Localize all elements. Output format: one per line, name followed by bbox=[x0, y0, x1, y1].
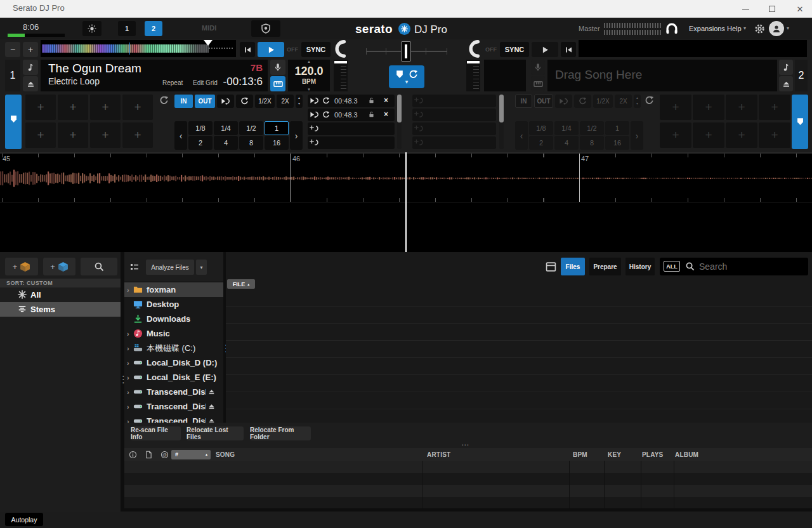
deck2-overview-strip[interactable] bbox=[579, 40, 807, 57]
deck2-sync-button[interactable]: SYNC bbox=[500, 42, 529, 57]
deck2-rewind-button[interactable] bbox=[561, 42, 576, 57]
eject-icon[interactable] bbox=[208, 388, 215, 395]
device-button[interactable] bbox=[251, 20, 280, 37]
panel-resize-grip[interactable]: ⋮ bbox=[119, 376, 121, 393]
expansions-button[interactable]: Expansions bbox=[689, 25, 725, 32]
edit-grid-toggle[interactable]: Edit Grid bbox=[193, 79, 218, 86]
loop-bank-prev-button[interactable]: ‹ bbox=[174, 121, 187, 150]
deck1-rewind-button[interactable] bbox=[240, 42, 255, 57]
midi-button[interactable]: MIDI bbox=[202, 24, 216, 32]
bpm-down-arrow[interactable]: ▾ bbox=[288, 87, 330, 92]
account-button[interactable] bbox=[769, 21, 784, 36]
column-bpm[interactable]: BPM bbox=[573, 451, 587, 458]
loop-out-button[interactable]: OUT bbox=[195, 95, 215, 108]
expand-chevron-icon[interactable]: › bbox=[127, 374, 133, 381]
zoom-in-button[interactable]: + bbox=[23, 42, 38, 57]
cue-slot-button[interactable]: + bbox=[58, 95, 88, 120]
crossfader-handle[interactable] bbox=[401, 41, 411, 62]
deck1-overview-strip[interactable] bbox=[41, 40, 236, 57]
analyze-dropdown-button[interactable]: ▾ bbox=[196, 260, 207, 275]
deck2-platter-icon[interactable] bbox=[466, 39, 483, 58]
deck1-cue-tab[interactable] bbox=[5, 95, 22, 149]
table-row[interactable] bbox=[124, 485, 812, 497]
albumart-column-icon[interactable] bbox=[160, 451, 169, 459]
saved-loop-row[interactable]: 00:48.3 × bbox=[308, 95, 395, 107]
empty-loop-slot[interactable] bbox=[308, 122, 395, 135]
bpm-up-arrow[interactable]: ▴ bbox=[288, 59, 330, 64]
layout-1-button[interactable]: 1 bbox=[118, 21, 136, 36]
column-key[interactable]: KEY bbox=[608, 451, 621, 458]
column-num[interactable]: # ▴ bbox=[171, 450, 211, 459]
info-column-icon[interactable] bbox=[129, 451, 137, 459]
tree-item-drive-e[interactable]: › Local_Disk_E (E:) bbox=[124, 370, 221, 385]
loop-size-cell[interactable]: 4 bbox=[214, 136, 238, 150]
deck2-track-panel[interactable]: Drag Song Here bbox=[547, 60, 777, 91]
column-plays[interactable]: PLAYS bbox=[642, 451, 663, 458]
loop-size-cell[interactable]: 8 bbox=[239, 136, 263, 150]
column-album[interactable]: ALBUM bbox=[675, 451, 698, 458]
loop-double-button[interactable]: 2X bbox=[277, 95, 294, 108]
split-panel-button[interactable] bbox=[543, 259, 558, 274]
deck1-tempo-slider[interactable] bbox=[334, 60, 348, 91]
cue-slot-button[interactable]: + bbox=[90, 122, 121, 148]
loop-size-cell-selected[interactable]: 1 bbox=[265, 121, 289, 135]
zoom-out-button[interactable]: − bbox=[5, 42, 20, 57]
deck2-mic-button[interactable] bbox=[531, 60, 545, 75]
deck2-key-button[interactable] bbox=[779, 60, 793, 75]
analyze-files-button[interactable]: Analyze Files bbox=[146, 260, 194, 275]
cue-slot-button[interactable]: + bbox=[25, 95, 56, 120]
eject-icon[interactable] bbox=[208, 403, 215, 410]
loop-in-button[interactable]: IN bbox=[174, 95, 193, 108]
search-scope-button[interactable]: ALL bbox=[664, 261, 680, 272]
file-column-header[interactable]: FILE ▴ bbox=[227, 279, 255, 289]
tree-item-music[interactable]: › Music bbox=[124, 326, 221, 341]
tempo-slider-handle[interactable] bbox=[334, 61, 347, 63]
file-list-rows[interactable] bbox=[226, 289, 812, 423]
loop-size-cell[interactable]: 1/4 bbox=[214, 121, 238, 135]
loop-size-cell[interactable]: 1/8 bbox=[188, 121, 213, 135]
expand-chevron-icon[interactable]: › bbox=[127, 359, 133, 367]
deck1-mic-button[interactable] bbox=[270, 60, 285, 75]
cue-slot-button[interactable]: + bbox=[122, 122, 153, 148]
tab-history[interactable]: History bbox=[625, 258, 655, 275]
table-row[interactable] bbox=[124, 461, 812, 473]
expand-chevron-icon[interactable]: › bbox=[127, 345, 133, 352]
tree-item-downloads[interactable]: › Downloads bbox=[124, 312, 221, 326]
deck1-off-label[interactable]: OFF bbox=[287, 46, 298, 53]
autoplay-button[interactable]: Autoplay bbox=[5, 513, 43, 526]
browse-list-button[interactable] bbox=[127, 260, 142, 275]
loop-size-cell[interactable]: 1/2 bbox=[239, 121, 263, 135]
loop-play-button[interactable] bbox=[217, 95, 234, 108]
deck2-play-button[interactable] bbox=[532, 42, 558, 57]
lock-icon[interactable] bbox=[368, 111, 375, 118]
expand-chevron-icon[interactable]: › bbox=[127, 286, 133, 294]
loop-bank-next-button[interactable]: › bbox=[290, 121, 303, 150]
table-row[interactable] bbox=[124, 497, 812, 508]
settings-button[interactable] bbox=[752, 22, 766, 36]
search-bar[interactable]: ALL bbox=[660, 258, 808, 275]
deck2-eject-button[interactable] bbox=[779, 76, 793, 91]
repeat-toggle[interactable]: Repeat bbox=[162, 79, 183, 86]
tab-files[interactable]: Files bbox=[561, 258, 585, 275]
saved-loop-row[interactable]: 00:48.3 × bbox=[308, 109, 395, 121]
search-input[interactable] bbox=[698, 260, 804, 274]
cue-slot-button[interactable]: + bbox=[122, 95, 153, 120]
reloop-button[interactable] bbox=[236, 95, 253, 108]
crate-item-all[interactable]: All bbox=[0, 287, 121, 302]
loop-size-cell[interactable]: 2 bbox=[188, 136, 213, 150]
deck1-sync-button[interactable]: SYNC bbox=[301, 42, 331, 57]
tree-item-transcend-1[interactable]: › Transcend_Disk bbox=[124, 385, 221, 399]
layout-2-button[interactable]: 2 bbox=[145, 21, 162, 36]
relocate-lost-files-button[interactable]: Relocate Lost Files bbox=[187, 426, 244, 440]
rescan-file-info-button[interactable]: Re-scan File Info bbox=[131, 426, 181, 440]
tempo-slider-handle[interactable] bbox=[467, 61, 480, 63]
cue-slot-button[interactable]: + bbox=[58, 122, 88, 148]
delete-loop-icon[interactable]: × bbox=[384, 96, 388, 105]
tree-item-foxman[interactable]: › foxman bbox=[124, 282, 223, 297]
tree-item-drive-c[interactable]: › 本機磁碟 (C:) bbox=[124, 341, 221, 355]
add-smart-crate-button[interactable]: + bbox=[43, 258, 75, 275]
expand-chevron-icon[interactable]: › bbox=[127, 403, 133, 411]
deck1-keyshift-button[interactable] bbox=[270, 76, 285, 91]
deck1-key-button[interactable] bbox=[23, 60, 38, 75]
scrollbar-thumb[interactable] bbox=[499, 95, 504, 122]
